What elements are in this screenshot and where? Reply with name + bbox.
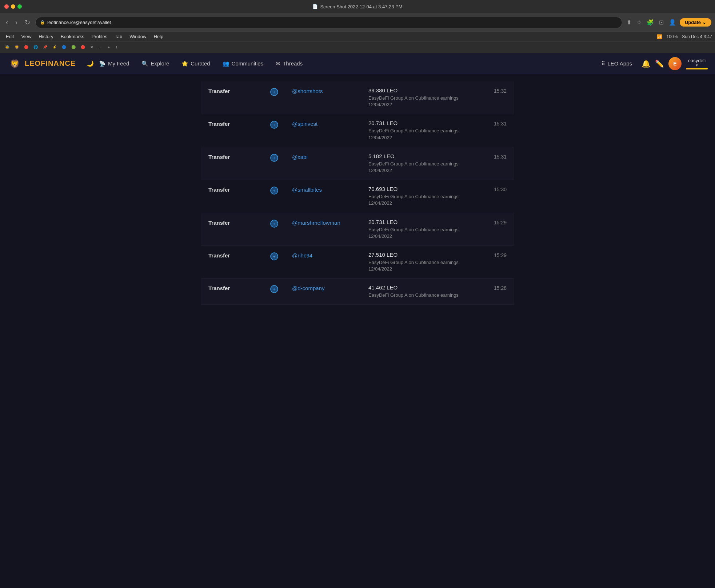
toolbar-actions: ⬆ ☆ 🧩 ⊡ 👤 Update ⌄ xyxy=(625,17,711,27)
tx-type: Transfer xyxy=(208,252,267,259)
menubar: Edit View History Bookmarks Profiles Tab… xyxy=(0,32,715,41)
menu-profiles[interactable]: Profiles xyxy=(89,33,110,40)
lock-icon: 🔒 xyxy=(40,20,45,25)
table-row: Transfer + @d-company 41.462 LEO EasyDeF… xyxy=(201,279,514,305)
table-row: Transfer + @shortshots 39.380 LEO EasyDe… xyxy=(201,81,514,114)
chevron-down-icon: ▼ xyxy=(695,63,699,67)
tx-memo: EasyDeFi Group A on Cubfinance earnings … xyxy=(368,259,474,272)
tx-icon: + xyxy=(270,186,288,196)
tx-user[interactable]: @smallbites xyxy=(292,186,365,193)
tx-memo: EasyDeFi Group A on Cubfinance earnings … xyxy=(368,161,474,174)
nav-communities[interactable]: 👥 Communities xyxy=(217,58,269,69)
tx-amount: 39.380 LEO xyxy=(368,87,474,93)
menu-edit[interactable]: Edit xyxy=(3,33,17,40)
dark-mode-toggle[interactable]: 🌙 xyxy=(87,60,94,67)
svg-text:+: + xyxy=(273,287,275,292)
minimize-dot[interactable] xyxy=(11,4,15,9)
close-dot[interactable] xyxy=(4,4,9,9)
bookmark-other1[interactable]: 🔴 xyxy=(22,44,31,50)
tx-user[interactable]: @marshmellowman xyxy=(292,219,365,226)
user-info: easydefi ▼ xyxy=(686,58,708,69)
bookmark-other6[interactable]: 🟢 xyxy=(69,44,78,50)
bookmark-ext[interactable]: ↕ xyxy=(113,44,120,50)
tx-user[interactable]: @xabi xyxy=(292,153,365,160)
tx-time: 15:28 xyxy=(478,284,507,291)
bookmark-other5[interactable]: 🔵 xyxy=(60,44,68,50)
forward-button[interactable]: › xyxy=(13,17,20,28)
tx-icon: + xyxy=(270,87,288,98)
explore-icon: 🔍 xyxy=(141,60,148,67)
update-button[interactable]: Update ⌄ xyxy=(680,18,711,27)
nav-links: 📡 My Feed 🔍 Explore ⭐ Curated 👥 Communit… xyxy=(94,58,596,69)
bookmark-other2[interactable]: 🌐 xyxy=(31,44,40,50)
menu-help[interactable]: Help xyxy=(151,33,166,40)
bookmark-other7[interactable]: 🔴 xyxy=(79,44,87,50)
menu-window[interactable]: Window xyxy=(127,33,149,40)
nav-threads[interactable]: ✉ Threads xyxy=(271,58,308,69)
extensions-button[interactable]: 🧩 xyxy=(645,17,655,27)
table-row: Transfer + @smallbites 70.693 LEO EasyDe… xyxy=(201,180,514,213)
chevron-down-icon: ⌄ xyxy=(702,20,706,25)
nav-my-feed[interactable]: 📡 My Feed xyxy=(94,58,134,69)
nav-explore[interactable]: 🔍 Explore xyxy=(136,58,174,69)
tx-icon: + xyxy=(270,120,288,131)
tx-time: 15:29 xyxy=(478,219,507,225)
notifications-button[interactable]: 🔔 xyxy=(642,59,651,68)
svg-text:+: + xyxy=(273,156,275,161)
svg-text:+: + xyxy=(273,123,275,128)
datetime: Sun Dec 4 3:47 xyxy=(682,34,712,39)
tx-user[interactable]: @d-company xyxy=(292,284,365,291)
curated-icon: ⭐ xyxy=(181,60,188,67)
bookmark-brave[interactable]: 🦁 xyxy=(12,44,21,50)
maximize-dot[interactable] xyxy=(17,4,22,9)
bookmark-more[interactable]: ⋯ xyxy=(96,44,104,50)
leo-logo-icon: 🦁 xyxy=(7,56,22,71)
wifi-icon: 📶 xyxy=(657,34,662,39)
share-button[interactable]: ⬆ xyxy=(625,17,633,27)
svg-text:+: + xyxy=(273,221,275,227)
table-row: Transfer + @xabi 5.182 LEO EasyDeFi Grou… xyxy=(201,147,514,180)
tx-type: Transfer xyxy=(208,186,267,193)
table-row: Transfer + @rihc94 27.510 LEO EasyDeFi G… xyxy=(201,246,514,279)
logo-text: LEOFINANCE xyxy=(25,59,76,68)
svg-text:🦁: 🦁 xyxy=(10,59,20,69)
compose-button[interactable]: ✏️ xyxy=(655,59,664,68)
sidebar-button[interactable]: ⊡ xyxy=(658,17,665,27)
menu-tab[interactable]: Tab xyxy=(112,33,125,40)
tx-user[interactable]: @spinvest xyxy=(292,120,365,127)
threads-icon: ✉ xyxy=(276,60,280,67)
tx-amount: 41.462 LEO xyxy=(368,284,474,291)
address-bar[interactable]: 🔒 leofinance.io/@easydefi/wallet xyxy=(35,17,622,28)
nav-curated[interactable]: ⭐ Curated xyxy=(176,58,215,69)
communities-icon: 👥 xyxy=(223,60,229,67)
tx-time: 15:29 xyxy=(478,252,507,258)
tx-amount-memo: 27.510 LEO EasyDeFi Group A on Cubfinanc… xyxy=(368,252,474,272)
tx-user[interactable]: @shortshots xyxy=(292,87,365,94)
bookmark-other3[interactable]: 📌 xyxy=(41,44,49,50)
bookmark-hive[interactable]: 🐝 xyxy=(3,44,12,50)
profile-button[interactable]: 👤 xyxy=(667,17,678,27)
avatar[interactable]: E xyxy=(668,57,682,70)
menu-history[interactable]: History xyxy=(36,33,56,40)
username-label[interactable]: easydefi xyxy=(688,58,706,63)
tx-icon: + xyxy=(270,219,288,229)
bookmark-close[interactable]: ✕ xyxy=(88,44,95,50)
bookmark-add[interactable]: ＋ xyxy=(105,44,113,51)
tx-type: Transfer xyxy=(208,284,267,291)
leo-nav: 🦁 LEOFINANCE 🌙 📡 My Feed 🔍 Explore ⭐ Cur… xyxy=(0,53,715,74)
tx-time: 15:31 xyxy=(478,153,507,160)
leo-logo[interactable]: 🦁 LEOFINANCE xyxy=(7,56,76,71)
bookmark-other4[interactable]: ⚡ xyxy=(50,44,59,50)
tx-user[interactable]: @rihc94 xyxy=(292,252,365,259)
battery-status: 100% xyxy=(667,34,678,39)
titlebar: 📄 Screen Shot 2022-12-04 at 3.47.23 PM xyxy=(0,0,715,13)
leo-apps-button[interactable]: ⠿ LEO Apps xyxy=(596,58,637,69)
window-controls[interactable] xyxy=(4,4,22,9)
tx-memo: EasyDeFi Group A on Cubfinance earnings … xyxy=(368,227,474,240)
menu-bookmarks[interactable]: Bookmarks xyxy=(58,33,87,40)
back-button[interactable]: ‹ xyxy=(4,17,10,28)
apps-grid-icon: ⠿ xyxy=(601,60,605,67)
bookmark-button[interactable]: ☆ xyxy=(635,17,643,27)
menu-view[interactable]: View xyxy=(18,33,34,40)
reload-button[interactable]: ↻ xyxy=(23,17,32,28)
